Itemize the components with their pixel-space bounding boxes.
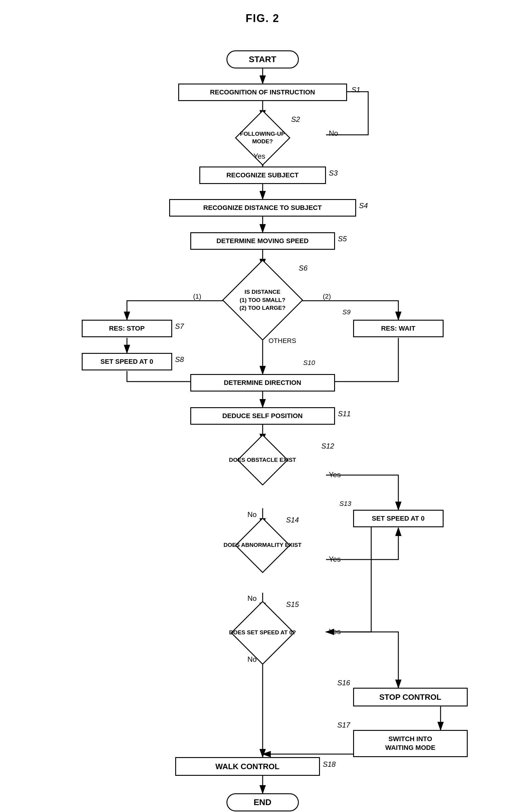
s14-decision: DOES ABNORMALITY EXIST xyxy=(193,523,332,567)
s15-yes-label: Yes xyxy=(329,628,341,636)
s12-yes-label: Yes xyxy=(329,471,341,479)
s12-decision: DOES OBSTACLE EXIST xyxy=(199,439,326,481)
s8-label: S8 xyxy=(175,355,184,364)
s16-process: STOP CONTROL xyxy=(353,688,468,706)
s5-label: S5 xyxy=(338,235,347,243)
s9-process: RES: WAIT xyxy=(353,320,444,337)
s17-label: S17 xyxy=(338,721,350,729)
s5-process: DETERMINE MOVING SPEED xyxy=(190,232,335,250)
start-terminal: START xyxy=(226,50,299,69)
s2-yes-label: Yes xyxy=(254,152,265,161)
flowchart: START RECOGNITION OF INSTRUCTION S1 FOLL… xyxy=(21,34,504,812)
s6-decision: IS DISTANCE(1) TOO SMALL?(2) TOO LARGE? xyxy=(184,264,341,336)
s16-label: S16 xyxy=(338,679,350,687)
s6-label2: (2) xyxy=(323,293,331,300)
s14-label: S14 xyxy=(286,516,299,524)
figure-title: FIG. 2 xyxy=(18,12,507,25)
s2-no-label: No xyxy=(329,129,338,137)
s10-process: DETERMINE DIRECTION xyxy=(190,374,335,392)
s15-label: S15 xyxy=(286,600,299,609)
s6-label: S6 xyxy=(299,264,308,272)
s12-no-label: No xyxy=(247,511,257,519)
s13-label: S13 xyxy=(340,500,351,508)
s13-process: SET SPEED AT 0 xyxy=(353,510,444,527)
s18-label: S18 xyxy=(323,760,336,769)
s9-label: S9 xyxy=(343,308,351,316)
s7-process: RES: STOP xyxy=(82,320,172,337)
s14-no-label: No xyxy=(247,594,257,603)
page-container: FIG. 2 xyxy=(0,0,525,812)
s4-label: S4 xyxy=(359,202,368,210)
end-terminal: END xyxy=(226,793,299,811)
s17-process: SWITCH INTOWAITING MODE xyxy=(353,730,468,757)
s7-label: S7 xyxy=(175,322,184,330)
s10-label: S10 xyxy=(303,359,315,367)
s1-process: RECOGNITION OF INSTRUCTION xyxy=(178,84,347,101)
s8-process: SET SPEED AT 0 xyxy=(82,353,172,370)
s12-label: S12 xyxy=(321,442,334,451)
s14-yes-label: Yes xyxy=(329,555,341,563)
s4-process: RECOGNIZE DISTANCE TO SUBJECT xyxy=(169,199,356,217)
s6-label1: (1) xyxy=(193,293,201,300)
s1-label: S1 xyxy=(351,86,360,94)
s3-process: RECOGNIZE SUBJECT xyxy=(199,166,326,184)
s18-process: WALK CONTROL xyxy=(175,757,320,776)
s2-label: S2 xyxy=(291,115,300,124)
s15-no-label: No xyxy=(247,655,257,664)
s11-label: S11 xyxy=(338,410,351,418)
s11-process: DEDUCE SELF POSITION xyxy=(190,407,335,425)
s3-label: S3 xyxy=(329,169,338,177)
s6-others-label: OTHERS xyxy=(269,337,297,345)
s15-decision: DOES SET SPEED AT 0? xyxy=(193,608,332,658)
